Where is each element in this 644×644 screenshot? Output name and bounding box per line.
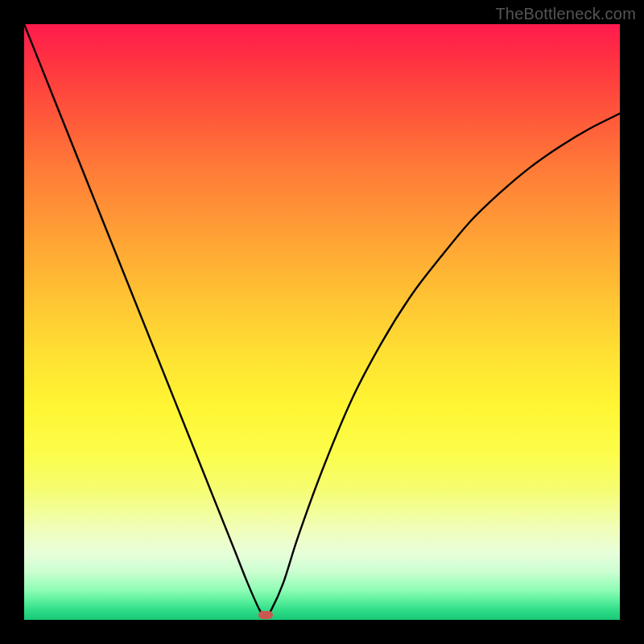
bottleneck-curve-path [24, 24, 620, 617]
bottleneck-curve-svg [24, 24, 620, 620]
watermark-text: TheBottleneck.com [495, 5, 636, 23]
chart-plot-area [24, 24, 620, 620]
optimal-point-marker [258, 611, 273, 619]
